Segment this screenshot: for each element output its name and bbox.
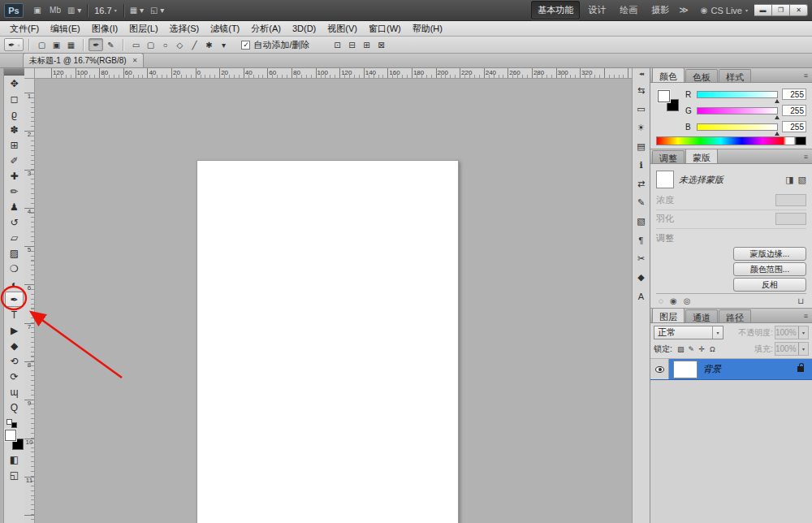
type-tool[interactable]: T	[5, 307, 24, 322]
pen-tool[interactable]: ✒	[5, 292, 24, 307]
blur-tool[interactable]: ❍	[5, 261, 24, 276]
layer-row-background[interactable]: 背景	[650, 359, 812, 380]
rectangle-icon[interactable]: ▭	[128, 38, 143, 51]
eraser-tool[interactable]: ▱	[5, 230, 24, 245]
shape-layers-icon[interactable]: ▢	[34, 38, 49, 51]
rounded-rectangle-icon[interactable]: ▢	[143, 38, 158, 51]
dodge-tool[interactable]: ◐	[5, 276, 24, 292]
pen-icon[interactable]: ✒	[89, 38, 103, 51]
navigator-panel-icon[interactable]: ◆	[634, 270, 649, 284]
tab-styles[interactable]: 样式	[719, 69, 751, 82]
menu-window[interactable]: 窗口(W)	[363, 23, 407, 35]
gradient-tool[interactable]: ▨	[5, 245, 24, 261]
tab-layers[interactable]: 图层	[652, 308, 685, 322]
minimize-button[interactable]: ▬	[754, 4, 772, 16]
menu-view[interactable]: 视图(V)	[322, 23, 363, 35]
quick-mask-button[interactable]: ◧	[5, 452, 24, 467]
tab-channels[interactable]: 通道	[685, 309, 718, 322]
3d-rotate-tool[interactable]: ⟲	[5, 353, 24, 369]
menu-layer[interactable]: 图层(L)	[123, 23, 163, 35]
add-to-path-area-icon[interactable]: ⊡	[330, 38, 344, 51]
crop-tool[interactable]: ⊞	[5, 137, 24, 153]
swatches-panel-icon[interactable]: ▤	[634, 140, 649, 153]
cs-live-button[interactable]: ◉ CS Live ▾	[701, 6, 748, 15]
toolbox-header[interactable]	[4, 69, 24, 76]
exclude-path-areas-icon[interactable]: ⊠	[374, 38, 388, 51]
channel-value-input[interactable]: 255	[782, 89, 806, 100]
delete-mask-icon[interactable]: ⊔	[797, 296, 804, 305]
screen-mode-icon[interactable]: ◱ ▾	[147, 3, 167, 18]
tab-paths[interactable]: 路径	[719, 309, 751, 322]
menu-3d[interactable]: 3D(D)	[287, 24, 322, 33]
restore-button[interactable]: ❐	[772, 4, 790, 16]
channel-value-input[interactable]: 255	[782, 121, 806, 132]
tab-masks[interactable]: 蒙版	[685, 149, 718, 163]
rectangle-tool[interactable]: ◆	[5, 338, 24, 353]
panel-menu-icon[interactable]: ≡	[804, 312, 808, 320]
adjustments-panel-icon[interactable]: ☀	[634, 121, 649, 135]
mask-edge-button[interactable]: 蒙版边缘...	[733, 247, 806, 261]
view-extras-icon[interactable]: ▥ ▾	[64, 3, 84, 18]
tool-preset-picker[interactable]: ✒ ▾	[4, 38, 24, 51]
rectangular-marquee-tool[interactable]: ◻	[5, 91, 24, 106]
eyedropper-tool[interactable]: ✐	[5, 153, 24, 168]
close-icon[interactable]: ✕	[132, 57, 138, 64]
zoom-tool[interactable]: Q	[5, 400, 24, 415]
menu-edit[interactable]: 编辑(E)	[45, 23, 86, 35]
notes-panel-icon[interactable]: ✂	[634, 252, 649, 266]
paths-icon[interactable]: ▣	[49, 38, 63, 51]
freeform-pen-icon[interactable]: ✎	[103, 38, 118, 51]
menu-image[interactable]: 图像(I)	[86, 23, 123, 35]
close-button[interactable]: ✕	[790, 4, 808, 16]
panel-menu-icon[interactable]: ≡	[804, 71, 808, 80]
disable-mask-icon[interactable]: ◎	[684, 296, 691, 305]
add-vector-mask-icon[interactable]: ▧	[798, 175, 806, 185]
history-brush-tool[interactable]: ↺	[5, 214, 24, 230]
clone-stamp-tool[interactable]: ♟	[5, 199, 24, 214]
document-canvas[interactable]	[197, 160, 459, 523]
screen-mode-button[interactable]: ◱	[5, 467, 24, 482]
workspace-design[interactable]: 设计	[582, 2, 611, 19]
load-mask-selection-icon[interactable]: ◌	[659, 296, 663, 305]
ruler-origin-corner[interactable]	[24, 68, 35, 79]
move-tool[interactable]: ✥	[5, 76, 24, 91]
zoom-level-control[interactable]: 16.7 ▾	[90, 4, 120, 17]
menu-select[interactable]: 选择(S)	[164, 23, 205, 35]
add-pixel-mask-icon[interactable]: ◨	[785, 175, 793, 185]
3d-orbit-tool[interactable]: ⟳	[5, 369, 24, 384]
tab-adjustments[interactable]: 调整	[652, 150, 685, 163]
line-icon[interactable]: ╱	[187, 38, 201, 51]
lock-position-icon[interactable]: ✛	[697, 344, 707, 354]
layer-thumbnail[interactable]	[673, 361, 698, 378]
actions-panel-icon[interactable]: ⇄	[634, 177, 649, 191]
channel-slider-track[interactable]	[697, 123, 778, 131]
spot-healing-brush-tool[interactable]: ✚	[5, 168, 24, 184]
color-spectrum-ramp[interactable]	[656, 136, 806, 145]
blend-mode-select[interactable]: 正常 ▾	[654, 326, 723, 339]
arrange-documents-icon[interactable]: ▦ ▾	[127, 3, 147, 18]
horizontal-ruler[interactable]: 1201008060402002040608010012014016018020…	[35, 68, 632, 79]
panel-menu-icon[interactable]: ≡	[804, 153, 808, 161]
intersect-path-areas-icon[interactable]: ⊞	[359, 38, 374, 51]
workspace-photography[interactable]: 摄影	[646, 2, 675, 19]
workspace-painting[interactable]: 绘画	[614, 2, 643, 19]
brush-panel-icon[interactable]: ✎	[634, 196, 649, 210]
tab-swatches[interactable]: 色板	[685, 69, 718, 82]
fill-pixels-icon[interactable]: ▦	[63, 38, 78, 51]
apply-mask-icon[interactable]: ◉	[670, 296, 677, 305]
foreground-color-swatch[interactable]	[5, 430, 16, 441]
default-colors-button[interactable]	[6, 419, 17, 428]
auto-add-delete-checkbox[interactable]: ✓ 自动添加/删除	[241, 39, 309, 51]
quick-selection-tool[interactable]: ✽	[5, 122, 24, 137]
document-tab[interactable]: 未标题-1 @ 16.7%(RGB/8) ✕	[23, 53, 144, 67]
tab-color[interactable]: 颜色	[652, 67, 685, 82]
menu-analysis[interactable]: 分析(A)	[245, 23, 287, 35]
shape-options-caret-icon[interactable]: ▾	[216, 38, 231, 51]
channel-slider-track[interactable]	[697, 91, 778, 98]
channel-value-input[interactable]: 255	[782, 105, 806, 116]
styles-panel-icon[interactable]: ▭	[634, 102, 649, 116]
expand-dock-icon[interactable]: ◂◂	[639, 71, 643, 77]
lock-transparency-icon[interactable]: ▨	[676, 344, 686, 354]
workspace-essentials[interactable]: 基本功能	[531, 1, 580, 19]
lock-pixels-icon[interactable]: ✎	[686, 344, 697, 354]
